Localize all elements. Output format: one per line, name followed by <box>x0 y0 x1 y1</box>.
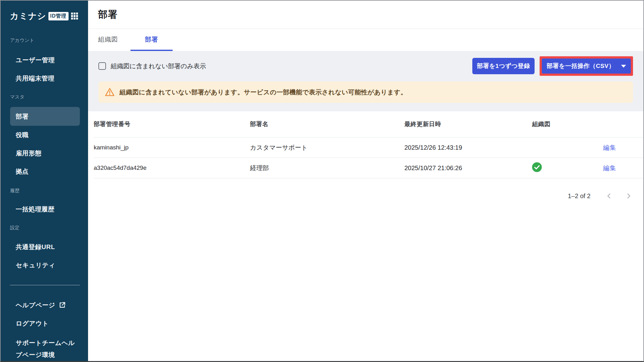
sidebar-section-settings: 設定 <box>10 225 80 231</box>
page-title: 部署 <box>98 8 118 21</box>
main-content: 部署 組織図 部署 組織図に含まれない部署のみ表示 部署を1つずつ登録 部署を一… <box>88 1 643 361</box>
cell-org-chart-status <box>532 162 576 174</box>
cell-department-id: kaminashi_jp <box>94 144 250 151</box>
warning-banner: 組織図に含まれていない部署があります。サービスの一部機能で表示されない可能性があ… <box>98 81 633 103</box>
filter-panel: 組織図に含まれない部署のみ表示 部署を1つずつ登録 部署を一括操作（CSV） <box>88 51 643 111</box>
edit-link[interactable]: 編集 <box>603 164 616 171</box>
sidebar-section-master: マスタ <box>10 94 80 100</box>
warning-message: 組織図に含まれていない部署があります。サービスの一部機能で表示されない可能性があ… <box>119 88 407 97</box>
chevron-down-icon <box>621 65 626 68</box>
pagination-previous-button[interactable] <box>604 191 614 201</box>
register-department-button[interactable]: 部署を1つずつ登録 <box>472 58 535 74</box>
sidebar-item-support-team-help-env[interactable]: サポートチームヘルプページ環境 <box>10 337 79 361</box>
column-header-org-chart: 組織図 <box>532 120 576 128</box>
external-link-icon <box>59 302 66 309</box>
sidebar-item-positions[interactable]: 役職 <box>10 126 80 144</box>
brand-logo-badge: ID管理 <box>48 12 69 20</box>
table-row: kaminashi_jp カスタマーサポート 2025/12/26 12:43:… <box>94 137 643 158</box>
tab-org-chart[interactable]: 組織図 <box>98 29 118 51</box>
sidebar-item-locations[interactable]: 拠点 <box>10 162 80 181</box>
cell-department-id: a320ac54d7da429e <box>94 164 250 171</box>
bulk-operation-csv-button-label: 部署を一括操作（CSV） <box>547 62 615 70</box>
sidebar-item-employment-types[interactable]: 雇用形態 <box>10 144 80 162</box>
brand-logo: カミナシ ID管理 <box>10 10 80 22</box>
sidebar-section-account: アカウント <box>10 37 80 43</box>
app-window: カミナシ ID管理 アカウント ユーザー管理 共用端末管理 マスタ 部署 役職 … <box>0 0 644 362</box>
sidebar-item-bulk-process-history[interactable]: 一括処理履歴 <box>10 200 80 218</box>
tab-bar: 組織図 部署 <box>88 29 643 51</box>
bulk-operation-csv-button[interactable]: 部署を一括操作（CSV） <box>542 58 631 74</box>
edit-link[interactable]: 編集 <box>603 144 616 151</box>
sidebar-item-help-page-label: ヘルプページ <box>16 301 55 309</box>
sidebar-item-logout[interactable]: ログアウト <box>10 314 80 332</box>
sidebar-item-departments[interactable]: 部署 <box>10 107 80 126</box>
column-header-department-name: 部署名 <box>250 120 404 128</box>
pagination-next-button[interactable] <box>624 191 633 201</box>
page-header: 部署 <box>88 1 643 29</box>
sidebar: カミナシ ID管理 アカウント ユーザー管理 共用端末管理 マスタ 部署 役職 … <box>1 1 88 361</box>
bulk-button-highlight-annotation: 部署を一括操作（CSV） <box>540 56 633 76</box>
departments-table: 部署管理番号 部署名 最終更新日時 組織図 kaminashi_jp カスタマー… <box>88 111 643 178</box>
org-chart-filter-checkbox-label[interactable]: 組織図に含まれない部署のみ表示 <box>111 62 206 70</box>
cell-last-updated: 2025/12/26 12:43:19 <box>404 144 532 151</box>
sidebar-item-security[interactable]: セキュリティ <box>10 256 80 274</box>
cell-department-name: カスタマーサポート <box>250 143 404 152</box>
column-header-department-id: 部署管理番号 <box>94 120 250 128</box>
org-chart-filter-checkbox[interactable] <box>98 62 106 70</box>
table-row: a320ac54d7da429e 経理部 2025/10/27 21:06:26… <box>94 158 643 178</box>
warning-triangle-icon <box>105 87 115 97</box>
apps-grid-icon[interactable] <box>71 13 78 19</box>
pagination-range-label: 1–2 of 2 <box>568 192 591 200</box>
sidebar-divider <box>10 285 80 285</box>
tab-departments[interactable]: 部署 <box>130 29 173 51</box>
brand-logo-text: カミナシ <box>10 10 46 22</box>
table-header-row: 部署管理番号 部署名 最終更新日時 組織図 <box>94 111 643 137</box>
cell-department-name: 経理部 <box>250 164 404 172</box>
pagination: 1–2 of 2 <box>88 189 643 203</box>
sidebar-item-help-page[interactable]: ヘルプページ <box>10 296 80 314</box>
sidebar-item-common-registration-url[interactable]: 共通登録URL <box>10 238 80 256</box>
cell-last-updated: 2025/10/27 21:06:26 <box>404 164 532 172</box>
column-header-last-updated: 最終更新日時 <box>404 120 532 128</box>
sidebar-item-user-management[interactable]: ユーザー管理 <box>10 51 80 69</box>
org-chart-check-icon <box>532 162 542 174</box>
sidebar-item-shared-device-management[interactable]: 共用端末管理 <box>10 69 80 87</box>
sidebar-section-history: 履歴 <box>10 187 80 194</box>
